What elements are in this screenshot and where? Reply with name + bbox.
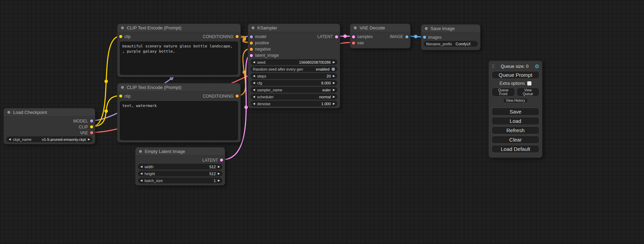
- node-title: CLIP Text Encode (Prompt): [127, 85, 182, 90]
- negative-prompt-textarea[interactable]: text, watermark: [120, 101, 238, 140]
- collapse-dot[interactable]: [121, 86, 124, 89]
- ckpt-name-widget[interactable]: ◀ ckpt_name v1-5-pruned-emaonly.ckpt ▶: [6, 136, 92, 142]
- scheduler-widget[interactable]: ◀ scheduler normal ▶: [250, 94, 337, 100]
- increment-arrow-icon[interactable]: ▶: [333, 96, 335, 98]
- latent-output-port[interactable]: [335, 35, 338, 38]
- slot-row: positive: [248, 40, 340, 46]
- widget-label: batch_size: [144, 179, 163, 183]
- node-title-bar[interactable]: CLIP Text Encode (Prompt): [117, 24, 240, 32]
- conditioning-output-port[interactable]: [236, 35, 239, 38]
- increment-arrow-icon[interactable]: ▶: [333, 102, 335, 105]
- node-canvas[interactable]: Load Checkpoint MODEL CLIP VAE: [0, 0, 644, 244]
- negative-input-port[interactable]: [250, 48, 253, 51]
- sampler-name-widget[interactable]: ◀ sampler_name euler ▶: [250, 87, 337, 93]
- decrement-arrow-icon[interactable]: ◀: [140, 179, 142, 182]
- node-clip-text-encode-negative[interactable]: CLIP Text Encode (Prompt) clip CONDITION…: [117, 83, 241, 143]
- decrement-arrow-icon[interactable]: ◀: [253, 82, 255, 84]
- collapse-dot[interactable]: [139, 150, 142, 153]
- drag-handle-icon[interactable]: ⣿: [492, 64, 495, 69]
- vae-input-port[interactable]: [352, 42, 355, 45]
- increment-arrow-icon[interactable]: ▶: [218, 165, 220, 168]
- node-title-bar[interactable]: VAE Decode: [350, 24, 410, 32]
- settings-gear-icon[interactable]: ⚙: [535, 64, 539, 69]
- refresh-button[interactable]: Refresh: [492, 126, 539, 134]
- slot-list: LATENT: [135, 156, 225, 163]
- positive-prompt-textarea[interactable]: beautiful scenery nature glass bottle la…: [120, 42, 238, 75]
- node-clip-text-encode-positive[interactable]: CLIP Text Encode (Prompt) clip CONDITION…: [117, 24, 241, 77]
- queue-prompt-button[interactable]: Queue Prompt: [492, 71, 539, 79]
- batch-size-widget[interactable]: ◀ batch_size 1 ▶: [138, 178, 222, 183]
- vae-output-port[interactable]: [90, 131, 93, 134]
- node-title-bar[interactable]: CLIP Text Encode (Prompt): [117, 83, 240, 92]
- decrement-arrow-icon[interactable]: ◀: [253, 102, 255, 105]
- node-title-bar[interactable]: Load Checkpoint: [4, 108, 95, 117]
- steps-widget[interactable]: ◀ steps 20 ▶: [250, 73, 337, 79]
- load-default-button[interactable]: Load Default: [492, 145, 539, 153]
- node-ksampler[interactable]: KSampler model LATENT positive: [248, 24, 340, 108]
- queue-front-button[interactable]: Queue Front: [492, 88, 515, 97]
- collapse-dot[interactable]: [425, 27, 428, 30]
- wire-clip-positive: [92, 36, 121, 127]
- images-input-port[interactable]: [423, 36, 426, 39]
- view-history-button[interactable]: View History: [503, 98, 528, 103]
- save-button[interactable]: Save: [492, 108, 539, 116]
- decrement-arrow-icon[interactable]: ◀: [9, 138, 11, 141]
- node-title-bar[interactable]: Empty Latent Image: [135, 147, 225, 156]
- extra-options-checkbox[interactable]: [527, 81, 531, 85]
- collapse-dot[interactable]: [252, 26, 255, 29]
- slot-list: clip CONDITIONING: [117, 32, 240, 39]
- clear-button[interactable]: Clear: [492, 136, 539, 144]
- load-button[interactable]: Load: [492, 117, 539, 125]
- model-output-port[interactable]: [90, 119, 93, 123]
- decrement-arrow-icon[interactable]: ◀: [253, 61, 255, 64]
- node-save-image[interactable]: Save Image images filename_prefix ComfyU…: [421, 24, 480, 50]
- increment-arrow-icon[interactable]: ▶: [218, 172, 220, 175]
- node-title-bar[interactable]: KSampler: [248, 24, 340, 32]
- view-queue-button[interactable]: View Queue: [517, 88, 539, 97]
- increment-arrow-icon[interactable]: ▶: [333, 61, 335, 64]
- node-vae-decode[interactable]: VAE Decode samples IMAGE vae: [350, 24, 411, 48]
- collapse-dot[interactable]: [354, 26, 357, 29]
- cfg-widget[interactable]: ◀ cfg 8.000 ▶: [250, 80, 337, 86]
- positive-input-port[interactable]: [250, 42, 253, 45]
- decrement-arrow-icon[interactable]: ◀: [253, 96, 255, 98]
- output-slot-vae: VAE: [80, 130, 93, 135]
- model-input-port[interactable]: [250, 35, 253, 38]
- seed-widget[interactable]: ◀ seed 156680208700286 ▶: [250, 59, 337, 65]
- latent-output-port[interactable]: [220, 159, 223, 162]
- decrement-arrow-icon[interactable]: ◀: [253, 89, 255, 91]
- filename-prefix-widget[interactable]: filename_prefix ComfyUI: [424, 41, 478, 47]
- clip-output-port[interactable]: [90, 125, 93, 128]
- node-load-checkpoint[interactable]: Load Checkpoint MODEL CLIP VAE: [3, 108, 95, 144]
- node-title: KSampler: [257, 25, 277, 30]
- increment-arrow-icon[interactable]: ▶: [88, 138, 90, 141]
- widget-label: ckpt_name: [13, 137, 32, 142]
- node-title-bar[interactable]: Save Image: [421, 25, 480, 33]
- image-output-port[interactable]: [405, 35, 408, 38]
- height-widget[interactable]: ◀ height 512 ▶: [138, 171, 222, 177]
- decrement-arrow-icon[interactable]: ◀: [253, 75, 255, 78]
- clip-input-port[interactable]: [119, 35, 122, 38]
- increment-arrow-icon[interactable]: ▶: [333, 82, 335, 84]
- latent-image-input-port[interactable]: [250, 54, 253, 57]
- collapse-dot[interactable]: [121, 26, 124, 29]
- decrement-arrow-icon[interactable]: ◀: [140, 172, 142, 175]
- denoise-widget[interactable]: ◀ denoise 1.000 ▶: [250, 101, 337, 107]
- collapse-dot[interactable]: [7, 111, 10, 114]
- slot-list: MODEL CLIP VAE: [4, 117, 95, 136]
- conditioning-output-port[interactable]: [236, 94, 239, 98]
- width-widget[interactable]: ◀ width 512 ▶: [138, 164, 222, 170]
- node-empty-latent-image[interactable]: Empty Latent Image LATENT ◀ width 512 ▶ …: [135, 147, 225, 186]
- increment-arrow-icon[interactable]: ▶: [218, 179, 220, 182]
- decrement-arrow-icon[interactable]: ◀: [140, 165, 142, 168]
- random-seed-toggle-widget[interactable]: Random seed after every gen enabled: [250, 66, 337, 72]
- clip-input-port[interactable]: [119, 94, 122, 98]
- widget-value: 512: [209, 165, 215, 169]
- input-label: latent_image: [255, 53, 279, 58]
- toggle-knob[interactable]: [332, 67, 335, 71]
- widget-label: Random seed after every gen: [253, 67, 303, 71]
- slot-list: clip CONDITIONING: [117, 92, 240, 99]
- samples-input-port[interactable]: [352, 35, 355, 38]
- increment-arrow-icon[interactable]: ▶: [333, 75, 335, 78]
- increment-arrow-icon[interactable]: ▶: [333, 89, 335, 91]
